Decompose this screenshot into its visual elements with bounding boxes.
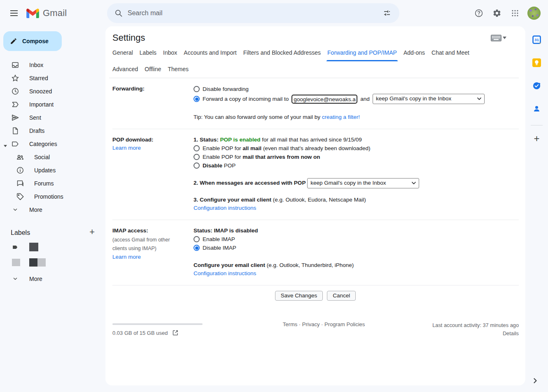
sidebar-item-categories[interactable]: Categories: [0, 137, 100, 151]
gmail-logo[interactable]: Gmail: [26, 8, 67, 19]
imap-learn-more-link[interactable]: Learn more: [112, 254, 141, 260]
storage-usage-bar: [112, 323, 203, 325]
contacts-icon[interactable]: [529, 101, 544, 116]
label-item-redacted[interactable]: [0, 255, 105, 270]
select-chevron-icon: [412, 182, 416, 184]
input-tools-selector[interactable]: [491, 35, 506, 42]
sidebar-item-updates[interactable]: Updates: [0, 164, 100, 177]
pop-learn-more-link[interactable]: Learn more: [112, 145, 141, 151]
save-changes-button[interactable]: Save Changes: [275, 291, 323, 301]
gmail-wordmark: Gmail: [43, 8, 67, 19]
forum-icon: [16, 179, 24, 188]
forward-email-select[interactable]: googlevoice@newoaks.a: [291, 95, 357, 104]
sidebar-item-inbox[interactable]: Inbox: [0, 58, 100, 72]
tab-themes[interactable]: Themes: [165, 61, 192, 78]
settings-footer: 0.03 GB of 15 GB used Terms · Privacy · …: [112, 321, 519, 338]
send-icon: [11, 114, 19, 122]
collapse-arrow-icon[interactable]: [4, 142, 7, 149]
cancel-button[interactable]: Cancel: [327, 291, 356, 301]
hamburger-menu-icon[interactable]: [5, 4, 23, 22]
disable-forwarding-label: Disable forwarding: [203, 85, 249, 93]
imap-status: Status: IMAP is disabled: [194, 227, 258, 234]
details-link[interactable]: Details: [503, 330, 519, 336]
pop-download-section: POP download: Learn more 1. Status: POP …: [112, 129, 519, 220]
google-side-panel: 31 +: [525, 26, 548, 392]
people-icon: [16, 153, 24, 161]
gmail-m-icon: [26, 9, 39, 18]
pop-status-value: POP is enabled: [220, 137, 261, 143]
forward-action-select[interactable]: keep Gmail's copy in the Inbox: [373, 94, 485, 104]
account-avatar[interactable]: [527, 7, 541, 20]
pop-action-select[interactable]: keep Gmail's copy in the Inbox: [307, 178, 419, 188]
tab-add-ons[interactable]: Add-ons: [400, 45, 428, 61]
calendar-icon[interactable]: 31: [529, 32, 544, 47]
create-label-plus-icon[interactable]: +: [89, 227, 95, 238]
program-policies-link[interactable]: Program Policies: [324, 321, 365, 327]
tasks-icon[interactable]: [529, 78, 544, 93]
search-icon[interactable]: [110, 5, 127, 21]
pop-configuration-instructions-link[interactable]: Configuration instructions: [194, 205, 256, 211]
sidebar-item-more[interactable]: More: [0, 203, 100, 216]
pop-from-now-radio[interactable]: [194, 154, 200, 160]
last-account-activity: Last account activity: 37 minutes ago: [432, 321, 519, 329]
search-options-icon[interactable]: [379, 5, 395, 21]
forwarding-tip: Tip: You can also forward only some of y…: [194, 113, 519, 121]
sidebar-item-sent[interactable]: Sent: [0, 111, 100, 124]
compose-button[interactable]: Compose: [3, 31, 62, 51]
sidebar-item-snoozed[interactable]: Snoozed: [0, 85, 100, 98]
creating-a-filter-link[interactable]: creating a filter!: [322, 114, 360, 120]
apps-grid-icon[interactable]: [506, 4, 524, 22]
forward-copy-radio[interactable]: [194, 96, 200, 102]
imap-access-section: IMAP access: (access Gmail from other cl…: [112, 220, 519, 285]
side-panel-collapse-chevron-icon[interactable]: [529, 375, 541, 386]
redacted-label-text: [29, 258, 37, 267]
sidebar-item-drafts[interactable]: Drafts: [0, 124, 100, 137]
footer-links: Terms · Privacy · Program Policies: [215, 321, 432, 338]
pencil-icon: [10, 37, 17, 45]
page-title: Settings: [112, 32, 145, 43]
labels-more[interactable]: More: [0, 272, 100, 285]
clock-icon: [11, 87, 19, 95]
tab-chat-and-meet[interactable]: Chat and Meet: [428, 45, 473, 61]
redacted-label-text: [37, 258, 46, 267]
tab-offline[interactable]: Offline: [141, 61, 164, 78]
keep-icon[interactable]: [529, 55, 544, 70]
tab-filters-and-blocked-addresses[interactable]: Filters and Blocked Addresses: [240, 45, 324, 61]
tab-labels[interactable]: Labels: [136, 45, 160, 61]
privacy-link[interactable]: Privacy: [302, 321, 320, 327]
redacted-label-text: [29, 243, 38, 251]
pop-status-line: 1. Status: POP is enabled for all mail t…: [194, 136, 519, 144]
inbox-icon: [11, 61, 19, 69]
sidebar-item-starred[interactable]: Starred: [0, 72, 100, 85]
pop-step3-line: 3. Configure your email client (e.g. Out…: [194, 196, 519, 204]
sidebar-item-promotions[interactable]: Promotions: [0, 190, 100, 203]
labels-title: Labels: [11, 229, 30, 237]
help-icon[interactable]: [470, 4, 488, 22]
sidebar-item-forums[interactable]: Forums: [0, 177, 100, 190]
disable-forwarding-radio[interactable]: [194, 86, 200, 92]
imap-disable-radio[interactable]: [194, 245, 200, 251]
star-icon: [11, 74, 19, 82]
open-in-new-icon[interactable]: [172, 329, 179, 336]
label-item-redacted[interactable]: [0, 239, 105, 255]
get-add-ons-plus-icon[interactable]: +: [529, 131, 544, 146]
tab-general[interactable]: General: [109, 45, 136, 61]
pop-disable-radio[interactable]: [194, 162, 200, 169]
imap-configuration-instructions-link[interactable]: Configuration instructions: [194, 270, 256, 276]
tab-inbox[interactable]: Inbox: [160, 45, 180, 61]
imap-enable-label: Enable IMAP: [203, 235, 235, 244]
imap-enable-radio[interactable]: [194, 236, 200, 242]
sidebar-item-social[interactable]: Social: [0, 151, 100, 164]
terms-link[interactable]: Terms: [283, 321, 297, 327]
pop-all-mail-radio[interactable]: [194, 145, 200, 151]
tab-accounts-and-import[interactable]: Accounts and Import: [180, 45, 240, 61]
tab-advanced[interactable]: Advanced: [109, 61, 141, 78]
search-input[interactable]: [127, 9, 379, 17]
redacted-label-icon: [12, 259, 20, 266]
sidebar-item-important[interactable]: Important: [0, 98, 100, 111]
draft-file-icon: [11, 127, 19, 135]
labels-header: Labels +: [0, 226, 105, 239]
settings-gear-icon[interactable]: [488, 4, 506, 22]
search-bar[interactable]: [107, 3, 399, 23]
tab-forwarding-and-pop-imap[interactable]: Forwarding and POP/IMAP: [324, 45, 400, 61]
